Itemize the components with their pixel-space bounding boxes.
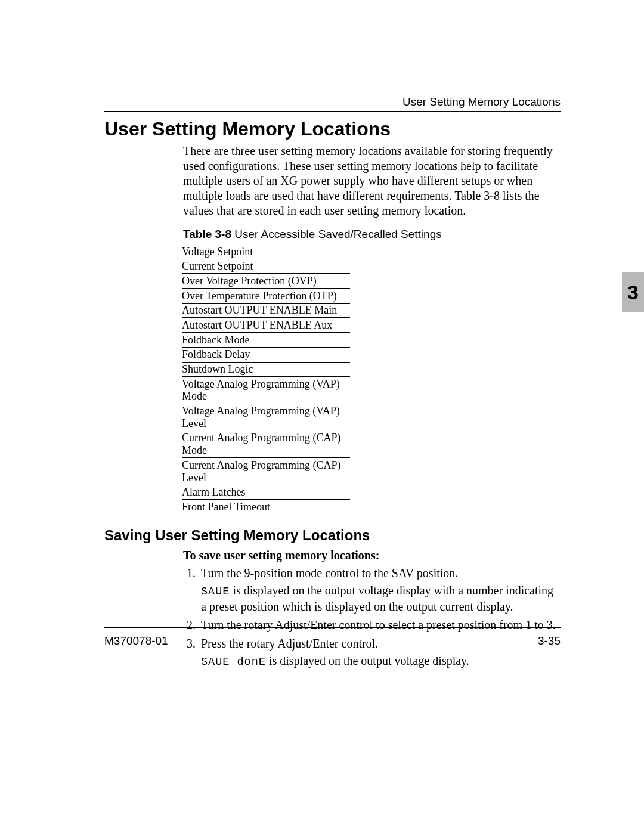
table-row: Foldback Mode (182, 333, 350, 348)
table-caption: Table 3-8 User Accessible Saved/Recalled… (183, 228, 558, 241)
step-3-tail: is displayed on the output voltage displ… (266, 654, 469, 667)
step-1: Turn the 9-position mode control to the … (199, 566, 558, 614)
step-1-text: Turn the 9-position mode control to the … (201, 566, 458, 580)
top-rule (104, 111, 561, 112)
step-2: Turn the rotary Adjust/Enter control to … (199, 618, 558, 633)
table-row: Current Setpoint (182, 259, 350, 274)
footer-page-number: 3-35 (538, 634, 561, 648)
table-caption-bold: Table 3-8 (183, 228, 231, 240)
table-row: Foldback Delay (182, 348, 350, 363)
procedure-steps: Turn the 9-position mode control to the … (183, 566, 558, 669)
table-row: Current Analog Programming (CAP) Mode (182, 431, 350, 458)
step-3-text: Press the rotary Adjust/Enter control. (201, 637, 378, 650)
step-3: Press the rotary Adjust/Enter control. S… (199, 636, 558, 669)
step-1-tail: is displayed on the output voltage displ… (201, 584, 553, 612)
table-row: Front Panel Timeout (182, 500, 350, 514)
table-row: Current Analog Programming (CAP) Level (182, 458, 350, 485)
page: User Setting Memory Locations 3 User Set… (0, 0, 644, 833)
intro-block: There are three user setting memory loca… (183, 144, 558, 241)
table-row: Autostart OUTPUT ENABLE Main (182, 304, 350, 318)
table-row: Voltage Analog Programming (VAP) Mode (182, 377, 350, 404)
table-row: Over Temperature Protection (OTP) (182, 289, 350, 304)
section-subtitle: Saving User Setting Memory Locations (104, 527, 561, 544)
table-caption-rest: User Accessible Saved/Recalled Settings (231, 228, 442, 240)
table-row: Over Voltage Protection (OVP) (182, 274, 350, 289)
table-row: Autostart OUTPUT ENABLE Aux (182, 318, 350, 333)
table-row: Alarm Latches (182, 485, 350, 500)
segment-display: SAUE (201, 586, 230, 598)
intro-paragraph: There are three user setting memory loca… (183, 144, 558, 218)
running-head: User Setting Memory Locations (402, 95, 561, 109)
table-row: Shutdown Logic (182, 363, 350, 377)
table-row: Voltage Setpoint (182, 244, 350, 259)
procedure-block: To save user setting memory locations: T… (183, 549, 558, 669)
chapter-tab: 3 (622, 272, 644, 312)
bottom-rule (104, 627, 561, 628)
settings-table: Voltage Setpoint Current Setpoint Over V… (182, 244, 350, 514)
table-row: Voltage Analog Programming (VAP) Level (182, 404, 350, 431)
segment-display: SAUE donE (201, 656, 266, 668)
content-area: User Setting Memory Locations There are … (104, 118, 561, 673)
procedure-lead: To save user setting memory locations: (183, 549, 558, 562)
page-title: User Setting Memory Locations (104, 118, 561, 140)
footer-doc-id: M370078-01 (104, 634, 168, 648)
